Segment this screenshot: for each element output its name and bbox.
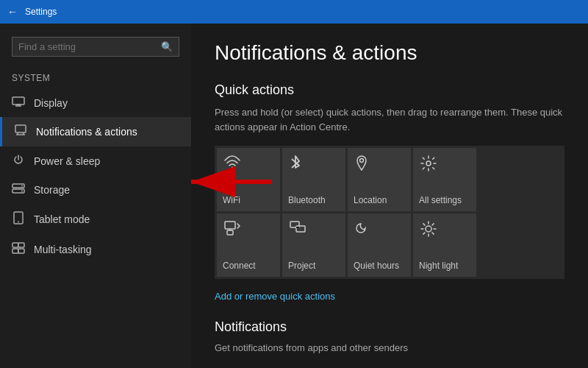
svg-line-34: [423, 224, 425, 225]
multitasking-icon: [12, 242, 25, 257]
search-icon[interactable]: 🔍: [161, 41, 173, 52]
display-icon: [12, 96, 25, 110]
sidebar-item-label-storage: Storage: [34, 184, 70, 196]
back-button[interactable]: ←: [7, 6, 18, 18]
svg-rect-24: [227, 230, 233, 235]
app-title: Settings: [25, 7, 57, 17]
svg-rect-17: [18, 249, 24, 253]
all-settings-icon: [420, 155, 437, 175]
bluetooth-icon: [290, 155, 301, 175]
svg-point-20: [232, 167, 233, 169]
svg-rect-23: [225, 222, 235, 229]
svg-rect-26: [290, 222, 299, 227]
add-remove-link[interactable]: Add or remove quick actions: [215, 291, 335, 302]
tile-quiet-hours-label: Quiet hours: [354, 261, 399, 271]
tile-quiet-hours[interactable]: Quiet hours: [348, 213, 411, 277]
svg-line-37: [423, 233, 425, 234]
sidebar-item-notifications[interactable]: Notifications & actions: [0, 117, 191, 146]
power-icon: [12, 154, 25, 169]
sidebar-item-storage[interactable]: Storage: [0, 176, 191, 204]
tile-all-settings-label: All settings: [419, 195, 462, 205]
svg-point-10: [21, 185, 23, 187]
svg-rect-15: [18, 243, 24, 247]
search-input[interactable]: [18, 41, 161, 52]
tile-night-light[interactable]: Night light: [413, 213, 476, 277]
connect-icon: [224, 221, 240, 239]
tile-project-label: Project: [288, 261, 315, 271]
quick-actions-description: Press and hold (or select) quick actions…: [215, 105, 564, 134]
tile-night-light-label: Night light: [419, 261, 458, 271]
content-area: Notifications & actions Quick actions Pr…: [191, 24, 588, 368]
sidebar-item-label-power: Power & sleep: [34, 155, 100, 167]
wifi-icon: [224, 155, 240, 172]
quick-actions-grid: WiFi Bluetooth Locati: [215, 146, 564, 279]
sidebar-item-label-notifications: Notifications & actions: [36, 126, 137, 138]
search-box[interactable]: 🔍: [12, 37, 179, 57]
sidebar-item-tablet[interactable]: Tablet mode: [0, 204, 191, 235]
tile-bluetooth[interactable]: Bluetooth: [282, 148, 345, 211]
sidebar-section-label: System: [0, 68, 191, 89]
svg-point-13: [18, 222, 19, 223]
svg-rect-0: [12, 97, 24, 105]
night-light-icon: [420, 221, 437, 241]
tile-location[interactable]: Location: [348, 148, 411, 211]
tile-connect-label: Connect: [223, 261, 256, 271]
sidebar-item-label-display: Display: [34, 97, 68, 109]
tile-project[interactable]: Project: [282, 213, 345, 277]
svg-rect-14: [12, 243, 18, 247]
main-layout: 🔍 System Display: [0, 24, 588, 368]
svg-point-29: [426, 226, 431, 232]
sidebar-item-multitasking[interactable]: Multi-tasking: [0, 235, 191, 264]
sidebar: 🔍 System Display: [0, 24, 191, 368]
svg-rect-16: [12, 249, 18, 253]
sidebar-item-label-multitasking: Multi-tasking: [34, 244, 92, 255]
quiet-hours-icon: [355, 221, 370, 239]
tile-all-settings[interactable]: All settings: [413, 148, 476, 211]
location-icon: [355, 155, 368, 175]
title-bar: ← Settings: [0, 0, 588, 24]
notifications-description: Get notifications from apps and other se…: [215, 342, 564, 353]
tablet-icon: [12, 211, 25, 227]
tile-bluetooth-label: Bluetooth: [288, 195, 326, 205]
svg-point-22: [426, 161, 431, 166]
svg-line-35: [432, 233, 434, 234]
notifications-section-title: Notifications: [215, 319, 564, 335]
svg-rect-4: [15, 125, 26, 132]
sidebar-item-power[interactable]: Power & sleep: [0, 146, 191, 176]
tile-location-label: Location: [354, 195, 387, 205]
sidebar-item-label-tablet: Tablet mode: [34, 213, 90, 225]
svg-line-36: [432, 224, 434, 225]
tile-connect[interactable]: Connect: [217, 213, 280, 277]
project-icon: [290, 221, 306, 238]
tile-wifi[interactable]: WiFi: [217, 148, 280, 211]
svg-point-21: [360, 159, 364, 163]
sidebar-item-display[interactable]: Display: [0, 89, 191, 117]
page-title: Notifications & actions: [215, 41, 564, 65]
svg-point-11: [21, 191, 23, 192]
storage-icon: [12, 183, 25, 197]
notifications-icon: [14, 124, 27, 139]
quick-actions-title: Quick actions: [215, 82, 564, 98]
tile-wifi-label: WiFi: [223, 195, 240, 205]
